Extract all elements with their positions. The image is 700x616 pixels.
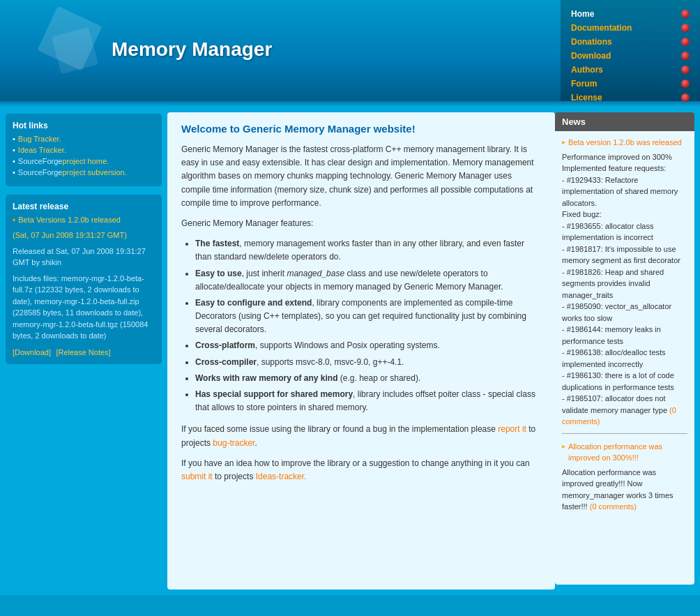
hotlink-ideas: Ideas Tracker. (13, 146, 155, 154)
news-panel: News Beta version 1.2.0b was releasedPer… (555, 112, 694, 589)
feature-item: The fastest, memory management works fas… (195, 237, 541, 264)
idea-text-post: to projects (213, 472, 256, 481)
content-intro: Generic Memory Manager is the fastest cr… (181, 143, 541, 210)
news-item-body-1: Allocation performance was improved grea… (562, 467, 687, 513)
nav-dot-authors (681, 66, 690, 74)
release-desc: Released at Sat, 07 Jun 2008 19:31:27 GM… (13, 246, 155, 269)
idea-paragraph: If you have an idea how to improve the l… (181, 457, 541, 483)
nav-dot-forum (681, 80, 690, 88)
main-area: Hot links Bug Tracker. Ideas Tracker. So… (0, 107, 700, 595)
release-notes-link[interactable]: [Release Notes] (56, 348, 110, 356)
nav-link-download[interactable]: Download (571, 51, 611, 61)
hotlinks-section: Hot links Bug Tracker. Ideas Tracker. So… (6, 114, 162, 186)
release-date: (Sat, 07 Jun 2008 19:31:27 GMT) (13, 230, 155, 241)
bug-tracker-link[interactable]: Bug Tracker. (18, 135, 61, 143)
header: Memory Manager HomeDocumentationDonation… (0, 0, 700, 101)
hotlink-sf-svn: SourceForge project subversion. (13, 168, 155, 176)
release-files: Includes files: memory-mgr-1.2.0-beta-fu… (13, 273, 155, 342)
hotlink-bug: Bug Tracker. (13, 135, 155, 143)
nav-item-license[interactable]: License (568, 91, 693, 105)
feature-item: Has special support for shared memory, l… (195, 388, 541, 414)
submit-it-link[interactable]: submit it (181, 472, 213, 481)
nav-link-donations[interactable]: Donations (571, 37, 612, 47)
ideas-tracker-content-link[interactable]: Ideas-tracker. (256, 472, 307, 481)
feature-item: Cross-compiler, supports msvc-8.0, msvc-… (195, 356, 541, 369)
news-header: News (555, 112, 694, 131)
feature-item: Easy to use, just inherit managed_base c… (195, 267, 541, 294)
nav-dot-license (681, 93, 690, 102)
news-body: Beta version 1.2.0b was releasedPerforma… (555, 131, 694, 585)
content-title: Welcome to Generic Memory Manager websit… (181, 123, 541, 135)
sidebar: Hot links Bug Tracker. Ideas Tracker. So… (0, 107, 167, 595)
feature-item: Works with raw memory of any kind (e.g. … (195, 372, 541, 385)
news-item-title-0: Beta version 1.2.0b was released (562, 137, 687, 149)
sf-project-svn-link[interactable]: project subversion. (62, 168, 126, 176)
idea-text-pre: If you have an idea how to improve the l… (181, 458, 530, 468)
nav-item-forum[interactable]: Forum (568, 77, 693, 91)
report-it-link[interactable]: report it (498, 424, 526, 434)
feature-item: Easy to configure and extend, library co… (195, 296, 541, 337)
features-list: The fastest, memory management works fas… (195, 237, 541, 414)
nav-item-authors[interactable]: Authors (568, 63, 693, 77)
bug-paragraph: If you faced some issue using the librar… (181, 423, 541, 449)
nav-item-download[interactable]: Download (568, 49, 693, 63)
content-features-intro: Generic Memory Manager features: (181, 217, 541, 230)
nav-item-documentation[interactable]: Documentation (568, 21, 693, 35)
nav-item-home[interactable]: Home (568, 7, 693, 21)
latest-release-link-item: Beta Versions 1.2.0b released (13, 216, 155, 225)
news-item-body-0: Performance improved on 300%Implemented … (562, 151, 687, 428)
download-link[interactable]: [Download] (13, 348, 51, 356)
hotlinks-title: Hot links (13, 121, 155, 130)
news-item-1: Allocation performance was improved on 3… (562, 441, 687, 513)
header-logo (42, 10, 105, 87)
news-comments-0: (0 comments) (562, 406, 676, 426)
download-links: [Download] [Release Notes] (13, 347, 155, 357)
news-divider (562, 433, 687, 434)
news-item-title-1: Allocation performance was improved on 3… (562, 441, 687, 464)
news-item-link-0[interactable]: Beta version 1.2.0b was released (568, 137, 682, 149)
hotlink-sf-home: SourceForge project home. (13, 157, 155, 165)
nav-item-donations[interactable]: Donations (568, 35, 693, 49)
nav-link-forum[interactable]: Forum (571, 79, 597, 89)
nav-link-authors[interactable]: Authors (571, 65, 603, 75)
latest-release-link[interactable]: Beta Versions 1.2.0b released (18, 216, 121, 224)
nav-dot-download (681, 52, 690, 60)
news-item-0: Beta version 1.2.0b was releasedPerforma… (562, 137, 687, 434)
nav-link-documentation[interactable]: Documentation (571, 23, 632, 33)
main-nav: HomeDocumentationDonationsDownloadAuthor… (561, 0, 700, 101)
nav-dot-documentation (681, 24, 690, 32)
sf-project-home-link[interactable]: project home. (62, 157, 109, 165)
nav-link-home[interactable]: Home (571, 9, 594, 19)
page-title: Memory Manager (112, 38, 272, 61)
feature-item: Cross-platform, supports Windows and Pos… (195, 339, 541, 352)
nav-dot-donations (681, 38, 690, 46)
news-item-link-1[interactable]: Allocation performance was improved on 3… (568, 441, 687, 464)
nav-dot-home (681, 10, 690, 18)
latest-release-section: Latest release Beta Versions 1.2.0b rele… (6, 195, 162, 364)
latest-release-title: Latest release (13, 202, 155, 211)
news-comments-1: (0 comments) (588, 502, 637, 511)
bug-tracker-content-link[interactable]: bug-tracker (213, 438, 254, 448)
main-content: Welcome to Generic Memory Manager websit… (167, 112, 555, 589)
nav-link-license[interactable]: License (571, 93, 602, 103)
ideas-tracker-link[interactable]: Ideas Tracker. (18, 146, 66, 154)
bug-text-pre: If you faced some issue using the librar… (181, 424, 498, 434)
